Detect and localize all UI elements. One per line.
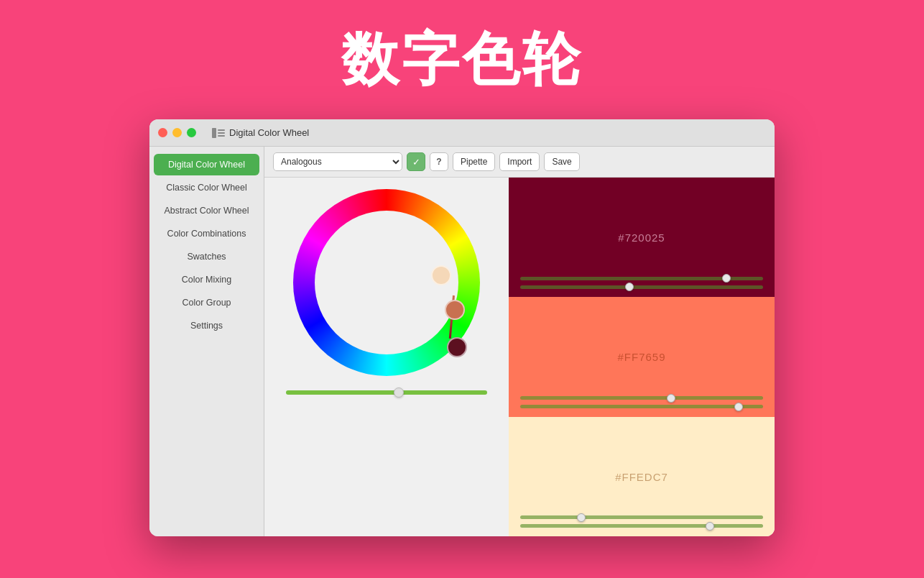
window-title: Digital Color Wheel — [229, 127, 309, 138]
sidebar-item-color-group[interactable]: Color Group — [154, 292, 259, 313]
main-slider-track[interactable] — [286, 390, 487, 395]
swatch-light-slider-1[interactable] — [520, 515, 763, 520]
minimize-button[interactable] — [172, 128, 182, 137]
swatch-orange-slider-1[interactable] — [520, 395, 763, 401]
wheel-container[interactable] — [293, 189, 480, 376]
sidebar-item-digital-color-wheel[interactable]: Digital Color Wheel — [154, 154, 259, 175]
sidebar-item-abstract-color-wheel[interactable]: Abstract Color Wheel — [154, 200, 259, 221]
swatch-dark-hex: #720025 — [618, 231, 665, 244]
page-title: 数字色轮 — [341, 22, 583, 99]
swatches-panel: #720025 — [509, 178, 775, 536]
sidebar-item-classic-color-wheel[interactable]: Classic Color Wheel — [154, 177, 259, 198]
swatch-orange[interactable]: #FF7659 — [509, 297, 775, 416]
swatch-dark[interactable]: #720025 — [509, 178, 775, 297]
apply-button[interactable]: ✓ — [407, 152, 425, 171]
swatch-dark-slider-2[interactable] — [520, 284, 763, 290]
swatch-dark-slider-1[interactable] — [520, 275, 763, 281]
color-dot-dark[interactable] — [447, 337, 467, 357]
color-dot-light[interactable] — [431, 265, 451, 285]
harmony-select[interactable]: Analogous — [273, 152, 402, 171]
save-button[interactable]: Save — [544, 152, 579, 171]
close-button[interactable] — [158, 128, 167, 137]
import-button[interactable]: Import — [499, 152, 540, 171]
question-icon: ? — [436, 157, 441, 167]
toolbar: Analogous ✓ ? Pipette Import Save — [264, 147, 775, 178]
content-area: #720025 — [264, 178, 775, 536]
wheel-panel — [264, 178, 509, 536]
pipette-button[interactable]: Pipette — [453, 152, 495, 171]
sidebar-item-swatches[interactable]: Swatches — [154, 246, 259, 267]
bottom-slider-row — [272, 387, 502, 398]
traffic-lights — [158, 128, 196, 137]
sidebar: Digital Color Wheel Classic Color Wheel … — [149, 147, 264, 536]
swatch-light-hex: #FFEDC7 — [615, 470, 668, 482]
sidebar-item-color-combinations[interactable]: Color Combinations — [154, 223, 259, 244]
help-button[interactable]: ? — [430, 152, 448, 171]
sidebar-item-color-mixing[interactable]: Color Mixing — [154, 269, 259, 290]
svg-rect-0 — [212, 128, 216, 138]
maximize-button[interactable] — [187, 128, 196, 137]
check-icon: ✓ — [412, 157, 420, 168]
app-window: Digital Color Wheel Digital Color Wheel … — [149, 119, 775, 536]
window-body: Digital Color Wheel Classic Color Wheel … — [149, 147, 775, 536]
swatch-orange-slider-2[interactable] — [520, 404, 763, 410]
svg-rect-1 — [218, 129, 225, 131]
sidebar-item-settings[interactable]: Settings — [154, 315, 259, 336]
main-slider-thumb[interactable] — [394, 387, 404, 398]
swatch-orange-sliders — [520, 395, 763, 410]
swatch-light-sliders — [520, 515, 763, 529]
swatch-light[interactable]: #FFEDC7 — [509, 417, 775, 536]
swatch-orange-hex: #FF7659 — [617, 351, 665, 363]
svg-rect-3 — [218, 135, 225, 137]
color-dot-medium[interactable] — [445, 300, 465, 320]
svg-rect-2 — [218, 132, 225, 134]
main-area: Analogous ✓ ? Pipette Import Save — [264, 147, 775, 536]
titlebar: Digital Color Wheel — [149, 119, 775, 147]
sidebar-toggle-icon[interactable] — [212, 127, 225, 139]
swatch-dark-sliders — [520, 275, 763, 290]
swatch-light-slider-2[interactable] — [520, 523, 763, 529]
